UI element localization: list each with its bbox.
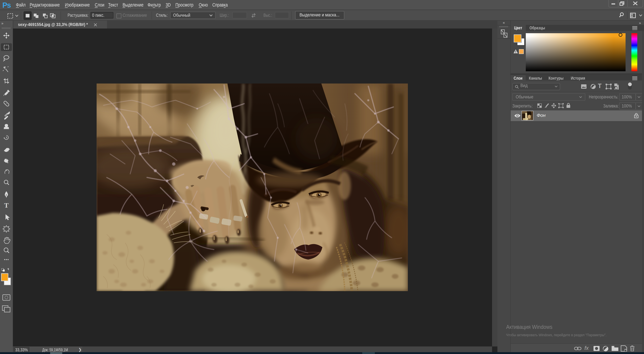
- svg-text:T: T: [4, 202, 9, 209]
